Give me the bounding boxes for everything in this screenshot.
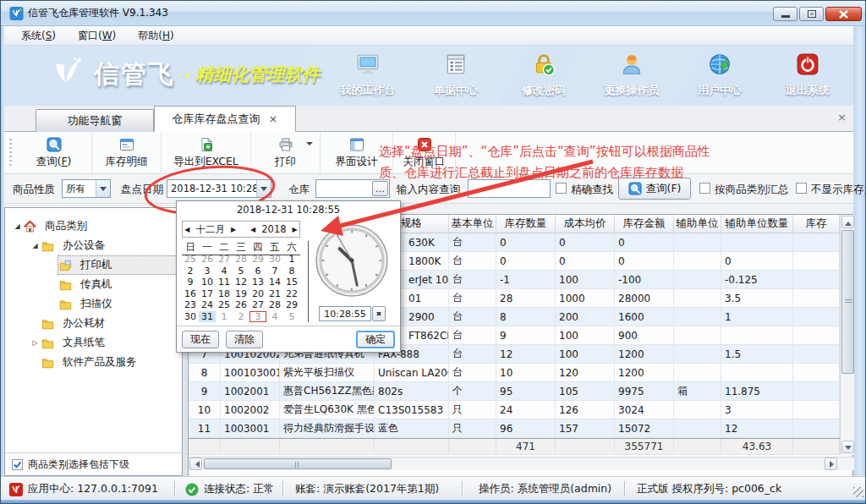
time-stepper[interactable] [372,306,386,321]
menu-item-1[interactable]: 窗口(W) [69,27,124,45]
calendar-day[interactable]: 8 [283,266,300,277]
include-sublevel-checkbox[interactable] [12,459,23,470]
scroll-up-button[interactable] [841,216,854,228]
tree-item-3[interactable]: 传真机 [5,275,182,294]
horizontal-scroll-thumb[interactable] [204,458,392,469]
calendar-day[interactable]: 25 [182,254,199,266]
calendar-day[interactable]: 19 [233,288,249,300]
calendar-day[interactable]: 1 [216,311,233,323]
calendar-day[interactable]: 29 [283,299,300,311]
calendar-day[interactable]: 6 [249,266,266,277]
column-header-aux_unit[interactable]: 辅助单位 [674,215,721,233]
minimize-button[interactable] [773,7,797,21]
menu-item-2[interactable]: 帮助(H) [129,27,182,45]
tree-item-7[interactable]: 软件产品及服务 [5,353,182,372]
column-header-more[interactable]: 库存 [793,215,840,233]
chevron-down-icon[interactable] [256,180,271,197]
calendar-day[interactable]: 23 [182,299,199,311]
calendar-day[interactable]: 25 [216,299,233,311]
chevron-down-icon[interactable] [96,180,110,197]
calendar-day[interactable]: 18 [216,288,233,300]
column-header-unit[interactable]: 基本单位 [449,215,496,233]
tree-item-1[interactable]: ◢办公设备 [5,236,182,255]
prev-month-icon[interactable]: ◀ [183,226,191,233]
calendar-day[interactable]: 21 [266,288,283,300]
toolbar-search-button[interactable]: 查询(F) [16,132,92,173]
toolbar-export-excel-button[interactable]: 导出到EXCEL [162,132,251,173]
vertical-scroll-thumb[interactable] [841,230,854,374]
table-row[interactable]: 8100103001紫光平板扫描仪Uniscan LA2000台10120120… [189,364,840,382]
calendar-day[interactable]: 9 [182,277,199,288]
calendar-day[interactable]: 5 [283,311,300,323]
column-header-qty[interactable]: 库存数量 [496,215,556,233]
calendar-day[interactable]: 26 [199,254,216,266]
calendar-day[interactable]: 11 [216,277,233,288]
tree-expander-icon[interactable]: ◢ [12,222,23,230]
column-header-aux_qty[interactable]: 辅助单位数量 [721,215,793,233]
calendar-day[interactable]: 31 [199,311,216,323]
resize-grip[interactable] [853,487,863,497]
calendar-day[interactable]: 2 [182,266,199,277]
tree-expander-icon[interactable]: ▷ [30,339,41,347]
calendar-day[interactable]: 17 [199,288,216,300]
banner-item-operator[interactable]: 更换操作员 [598,52,666,98]
banner-item-workbench[interactable]: 我的工作台 [334,52,402,98]
column-header-amount[interactable]: 库存金额 [615,215,674,233]
horizontal-scrollbar[interactable] [189,457,854,470]
column-header-price[interactable]: 成本均价 [556,215,615,233]
toolbar-print-button[interactable]: 打印 [251,132,321,173]
tabstrip-close-icon[interactable]: × [837,111,847,123]
tree-item-2[interactable]: 打印机 [5,255,182,275]
calendar-day[interactable]: 30 [182,311,199,323]
banner-item-exit[interactable]: 退出系统 [774,52,841,98]
calendar-day[interactable]: 20 [249,288,266,300]
table-row[interactable]: 91002001惠普CH561ZZ黑色墨盒802s个951059975箱11.8… [189,382,840,401]
clear-button[interactable]: 清除 [226,331,263,348]
banner-item-usercenter[interactable]: 用户中心 [686,52,754,98]
chevron-down-icon[interactable] [306,142,313,149]
tree-item-5[interactable]: 办公耗材 [5,314,182,333]
group-by-category-checkbox[interactable] [699,183,710,194]
calendar-day[interactable]: 30 [266,254,283,266]
calendar-day[interactable]: 28 [266,299,283,311]
include-sublevel-option[interactable]: 商品类别选择包括下级 [5,452,182,475]
calendar-day[interactable]: 22 [283,288,300,300]
banner-item-documents[interactable]: 单据中心 [422,52,490,98]
calendar-day[interactable]: 16 [182,288,199,300]
calendar-day[interactable]: 12 [233,277,249,288]
calendar-day[interactable]: 24 [199,299,216,311]
ok-button[interactable]: 确定 [356,331,395,348]
time-input[interactable]: 10:28:55 [319,306,371,321]
scroll-right-button[interactable] [825,457,837,470]
now-button[interactable]: 现在 [182,331,219,348]
check-date-picker[interactable]: 2018-12-31 10:28:55 [167,179,271,198]
calendar-day[interactable]: 28 [233,254,249,266]
next-month-icon[interactable]: ▶ [229,226,238,233]
calendar-day[interactable]: 15 [283,277,300,288]
tree-item-6[interactable]: ▷文具纸笔 [5,333,182,353]
calendar-day[interactable]: 3 [249,311,266,323]
tree-item-0[interactable]: ◢商品类别 [5,216,182,236]
calendar-day[interactable]: 26 [233,299,249,311]
calendar-day[interactable]: 1 [283,254,300,266]
hide-zero-stock-checkbox[interactable] [796,183,807,194]
tree-expander-icon[interactable]: ◢ [30,242,41,249]
toolbar-stock-detail-button[interactable]: 库存明细 [92,132,162,173]
vertical-scrollbar[interactable] [840,215,854,455]
next-year-icon[interactable]: ▶ [291,226,299,233]
scroll-down-button[interactable] [841,441,854,453]
calendar-day[interactable]: 3 [199,266,216,277]
calendar-day[interactable]: 27 [216,254,233,266]
restore-button[interactable] [799,7,824,21]
calendar-day[interactable]: 5 [233,266,249,277]
tab-stock-check-query[interactable]: 仓库库存盘点查询 × [154,106,296,132]
calendar-day[interactable]: 14 [266,277,283,288]
close-button[interactable] [825,7,862,21]
calendar-day[interactable]: 4 [266,311,283,323]
calendar-day[interactable]: 2 [233,311,249,323]
prev-year-icon[interactable]: ◀ [249,226,257,233]
calendar-day[interactable]: 4 [216,266,233,277]
banner-item-password[interactable]: 修改密码 [510,52,578,98]
product-nature-select[interactable]: 所有 [62,179,111,198]
tab-close-icon[interactable]: × [269,112,278,125]
